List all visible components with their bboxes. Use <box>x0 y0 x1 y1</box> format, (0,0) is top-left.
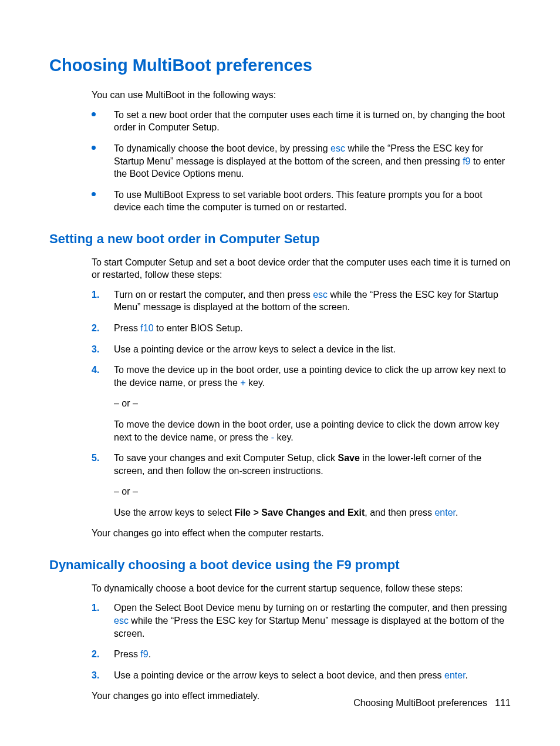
step-item: Press f10 to enter BIOS Setup. <box>92 322 511 335</box>
text: Open the Select Boot Device menu by turn… <box>114 603 507 613</box>
text: To move the device down in the boot orde… <box>114 419 499 442</box>
key-plus: + <box>240 378 245 388</box>
or-separator: – or – <box>114 397 511 410</box>
alt-text: Use the arrow keys to select File > Save… <box>114 506 511 519</box>
text: Use the arrow keys to select <box>114 508 234 518</box>
menu-path: File > Save Changes and Exit <box>234 508 365 518</box>
intro-text: You can use MultiBoot in the following w… <box>92 89 511 102</box>
step-item: Use a pointing device or the arrow keys … <box>92 343 511 356</box>
steps-list: Open the Select Boot Device menu by turn… <box>92 601 511 681</box>
bullet-item: To dynamically choose the boot device, b… <box>92 142 511 180</box>
text: Press <box>114 649 140 659</box>
text: Turn on or restart the computer, and the… <box>114 290 313 300</box>
step-item: To save your changes and exit Computer S… <box>92 452 511 519</box>
section-heading: Dynamically choosing a boot device using… <box>49 556 511 574</box>
alt-text: To move the device down in the boot orde… <box>114 418 511 443</box>
text: To move the device up in the boot order,… <box>114 365 506 388</box>
text: . <box>465 670 468 680</box>
text: , and then press <box>365 508 434 518</box>
intro-bullets: To set a new boot order that the compute… <box>92 109 511 214</box>
step-item: To move the device up in the boot order,… <box>92 364 511 443</box>
key-enter: enter <box>434 508 456 518</box>
page-footer: Choosing MultiBoot preferences 111 <box>353 697 511 710</box>
section-intro: To dynamically choose a boot device for … <box>92 582 511 595</box>
key-enter: enter <box>444 670 465 680</box>
bullet-item: To use MultiBoot Express to set variable… <box>92 189 511 214</box>
key-f9: f9 <box>463 156 470 166</box>
section-outro: Your changes go into effect when the com… <box>92 527 511 540</box>
text: Press <box>114 323 140 333</box>
bullet-item: To set a new boot order that the compute… <box>92 109 511 134</box>
step-item: Use a pointing device or the arrow keys … <box>92 669 511 682</box>
key-f10: f10 <box>140 323 153 333</box>
text: To dynamically choose the boot device, b… <box>114 143 330 153</box>
page-title: Choosing MultiBoot preferences <box>49 54 511 77</box>
step-item: Turn on or restart the computer, and the… <box>92 288 511 314</box>
key-esc: esc <box>313 290 328 300</box>
footer-title: Choosing MultiBoot preferences <box>353 698 487 708</box>
text: key. <box>274 432 294 442</box>
text: to enter BIOS Setup. <box>154 323 243 333</box>
section-intro: To start Computer Setup and set a boot d… <box>92 256 511 281</box>
steps-list: Turn on or restart the computer, and the… <box>92 288 511 519</box>
text: . <box>456 508 458 518</box>
text: key. <box>246 378 265 388</box>
section-heading: Setting a new boot order in Computer Set… <box>49 230 511 248</box>
text: . <box>149 649 151 659</box>
key-esc: esc <box>330 143 345 153</box>
text: To save your changes and exit Computer S… <box>114 453 338 463</box>
page-number: 111 <box>495 698 511 708</box>
text: while the “Press the ESC key for Startup… <box>114 616 504 639</box>
key-f9: f9 <box>140 649 148 659</box>
or-separator: – or – <box>114 485 511 498</box>
key-esc: esc <box>114 616 129 626</box>
step-item: Press f9. <box>92 648 511 661</box>
text: Use a pointing device or the arrow keys … <box>114 670 444 680</box>
bold-save: Save <box>338 453 360 463</box>
step-item: Open the Select Boot Device menu by turn… <box>92 601 511 640</box>
